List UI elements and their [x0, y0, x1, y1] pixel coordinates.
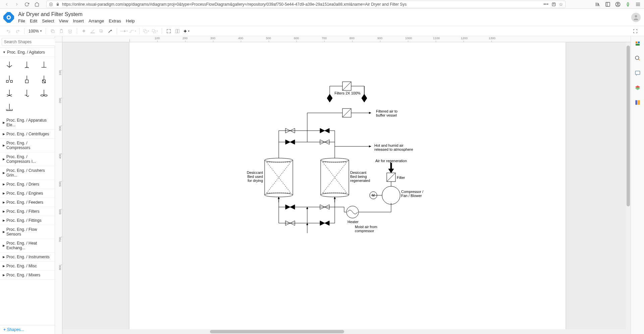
category-item[interactable]: ▶Proc. Eng. / Mixers	[0, 271, 55, 280]
category-item[interactable]: ▶Proc. Eng. / Heat Exchang...	[0, 239, 55, 253]
shape-item[interactable]	[3, 88, 16, 99]
page[interactable]: Filters 2X 100% Filtered air to buffer v…	[129, 42, 566, 329]
copy-button[interactable]	[49, 27, 57, 35]
rail-comments-icon[interactable]	[634, 69, 642, 77]
search-input[interactable]	[2, 38, 57, 46]
toolbar: 100%▾ ▾ ▾ ▾ ▾ ▾	[0, 26, 644, 36]
more-shapes-button[interactable]: +Shapes...	[0, 325, 55, 334]
svg-line-104	[323, 162, 347, 193]
extension-icon[interactable]	[625, 1, 631, 8]
category-item[interactable]: ▶Proc. Eng. / Compressors I...	[0, 152, 55, 166]
fit-page-button[interactable]	[165, 27, 173, 35]
menu-view[interactable]: View	[59, 18, 68, 23]
home-button[interactable]	[33, 0, 41, 8]
delete-button[interactable]	[66, 27, 74, 35]
zoom-level[interactable]: 100%▾	[27, 29, 43, 34]
svg-line-136	[387, 173, 395, 182]
category-item[interactable]: ▶Proc. Eng. / Instruments	[0, 253, 55, 262]
shape-item[interactable]	[20, 74, 34, 85]
menu-select[interactable]: Select	[42, 18, 54, 23]
label-filtered-air: Filtered air to buffer vessel	[376, 109, 406, 117]
category-item[interactable]: ▶Proc. Eng. / Flow Sensors	[0, 225, 55, 239]
connection-button[interactable]: ▾	[120, 27, 128, 35]
category-item[interactable]: ▶Proc. Eng. / Crushers Grin...	[0, 166, 55, 180]
category-item[interactable]: ▶Proc. Eng. / Misc	[0, 262, 55, 271]
shape-item[interactable]	[3, 60, 16, 71]
canvas-viewport[interactable]: Filters 2X 100% Filtered air to buffer v…	[62, 42, 626, 329]
fullscreen-button[interactable]	[631, 27, 639, 35]
shape-item[interactable]	[37, 88, 51, 99]
forward-button[interactable]	[13, 0, 21, 8]
format-painter-button[interactable]	[106, 27, 114, 35]
label-desiccant-2: Desiccant Bed being regenerated	[350, 171, 374, 183]
add-button[interactable]: ▾	[182, 27, 190, 35]
account-icon[interactable]	[614, 1, 621, 8]
library-icon[interactable]	[594, 1, 601, 8]
category-item[interactable]: ▶Proc. Eng. / Feeders	[0, 198, 55, 207]
shape-item[interactable]	[3, 74, 16, 85]
shape-item[interactable]	[37, 60, 51, 71]
svg-marker-72	[364, 94, 367, 102]
category-item[interactable]: ▶Proc. Eng. / Engines	[0, 189, 55, 198]
svg-marker-121	[325, 221, 329, 225]
rail-layers-icon[interactable]	[634, 84, 642, 92]
waypoint-button[interactable]: ▾	[128, 27, 137, 35]
to-front-button[interactable]: ▾	[142, 27, 150, 35]
svg-marker-81	[320, 128, 325, 133]
svg-rect-140	[636, 42, 637, 43]
vertical-scrollbar[interactable]	[626, 42, 631, 329]
category-item[interactable]: ▶Proc. Eng. / Fittings	[0, 216, 55, 225]
fit-width-button[interactable]	[173, 27, 181, 35]
line-color-button[interactable]	[89, 27, 97, 35]
redo-button[interactable]	[13, 27, 21, 35]
menu-extras[interactable]: Extras	[109, 18, 121, 23]
svg-rect-15	[52, 30, 54, 32]
svg-rect-2	[57, 4, 59, 5]
address-bar[interactable]: https://online.visual-paradigm.com/app/d…	[46, 1, 566, 8]
sidebar-icon[interactable]	[604, 1, 611, 8]
shape-item[interactable]	[20, 88, 34, 99]
label-filters: Filters 2X 100%	[331, 91, 364, 95]
rail-format-icon[interactable]	[634, 40, 642, 48]
category-item[interactable]: ▶Proc. Eng. / Compressors	[0, 139, 55, 152]
svg-point-100	[321, 158, 349, 162]
diagram-svg	[129, 42, 566, 329]
menu-help[interactable]: Help	[126, 18, 135, 23]
menu-file[interactable]: File	[18, 18, 25, 23]
reload-button[interactable]	[23, 0, 31, 8]
category-item[interactable]: ▶Proc. Eng. / Apparatus Ele...	[0, 116, 55, 130]
canvas-area: 1002003004005006007008009001000110012001…	[55, 36, 631, 334]
svg-rect-145	[635, 71, 640, 75]
svg-point-1	[51, 4, 51, 5]
category-item[interactable]: ▶Proc. Eng. / Driers	[0, 180, 55, 189]
undo-button[interactable]	[5, 27, 13, 35]
to-back-button[interactable]: ▾	[151, 27, 159, 35]
svg-rect-27	[167, 29, 170, 33]
shadow-button[interactable]	[97, 27, 105, 35]
svg-line-105	[323, 162, 347, 193]
category-body	[0, 57, 55, 116]
shapes-sidebar: ⋮ ▼Proc. Eng. / Agitators ▶Proc. Eng. / …	[0, 36, 55, 334]
shape-item[interactable]	[37, 74, 51, 85]
category-item[interactable]: ▶Proc. Eng. / Filters	[0, 207, 55, 216]
menu-insert[interactable]: Insert	[73, 18, 84, 23]
user-avatar[interactable]	[631, 13, 641, 22]
bookmark-icon[interactable]: ☆	[559, 2, 563, 7]
category-item[interactable]: ▶Proc. Eng. / Centrifuges	[0, 130, 55, 139]
paste-button[interactable]	[57, 27, 65, 35]
reader-icon[interactable]	[551, 2, 556, 7]
more-icon[interactable]: •••	[543, 2, 549, 7]
horizontal-scrollbar[interactable]	[62, 329, 626, 334]
menu-edit[interactable]: Edit	[30, 18, 37, 23]
fill-color-button[interactable]	[80, 27, 88, 35]
rail-search-icon[interactable]	[634, 54, 642, 62]
menu-icon[interactable]	[635, 1, 641, 8]
label-compressor: Compressor / Fan / Blower	[401, 190, 425, 198]
rail-outline-icon[interactable]	[634, 98, 642, 107]
menu-arrange[interactable]: Arrange	[89, 18, 104, 23]
back-button[interactable]	[3, 0, 11, 8]
svg-marker-85	[290, 140, 295, 144]
shape-item[interactable]	[3, 102, 16, 113]
shape-item[interactable]	[20, 60, 34, 71]
category-agitators[interactable]: ▼Proc. Eng. / Agitators	[0, 48, 55, 57]
